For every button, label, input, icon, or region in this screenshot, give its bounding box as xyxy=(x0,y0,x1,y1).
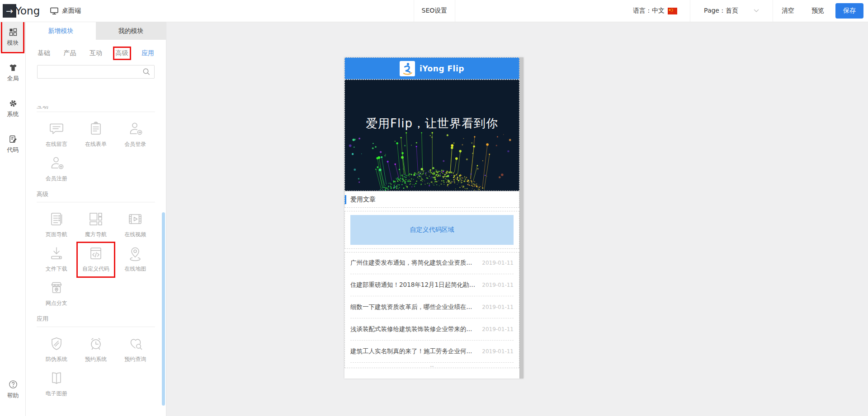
module-item-booking-system[interactable]: 预约系统 xyxy=(76,335,115,369)
article-date: 2019-01-11 xyxy=(482,326,514,332)
article-title: 广州住建委发布通知，将简化建筑企业资质... xyxy=(350,259,477,267)
module-item-label: 预约系统 xyxy=(85,355,107,363)
code-edit-icon xyxy=(9,135,18,144)
phone-preview: iYong Flip 爱用Flip，让世界看到你 爱用文章 自定义代码区域 广州… xyxy=(344,57,524,379)
article-row[interactable]: 住建部重磅通知！2018年12月1日起简化勘察... 2019-01-11 xyxy=(350,274,514,296)
module-item-page-nav[interactable]: 页面导航 xyxy=(37,210,76,245)
save-button[interactable]: 保存 xyxy=(835,3,863,19)
sidebar-item-code[interactable]: 代码 xyxy=(0,129,26,159)
module-item-branch-store[interactable]: 网点分支 xyxy=(37,279,76,313)
title-accent-bar xyxy=(344,195,346,204)
tshirt-icon xyxy=(9,63,18,72)
module-item-label: 页面导航 xyxy=(46,231,67,238)
article-row[interactable]: 广州住建委发布通知，将简化建筑企业资质... 2019-01-11 xyxy=(350,252,514,274)
china-flag-icon xyxy=(668,8,677,14)
page-selector[interactable]: Page：首页 xyxy=(690,7,773,15)
search-input[interactable] xyxy=(38,66,142,78)
module-item-label: 文件下载 xyxy=(46,265,67,273)
module-item-label: 魔方导航 xyxy=(85,231,107,238)
module-item-label: 会员登录 xyxy=(124,140,146,148)
module-item-label: 预约查询 xyxy=(124,355,146,363)
article-title: 建筑工人实名制真的来了！施工劳务企业何... xyxy=(350,347,477,355)
hero-title: 爱用Flip，让世界看到你 xyxy=(344,116,519,131)
tab-my-module[interactable]: 我的模块 xyxy=(96,22,166,40)
clock-icon xyxy=(87,335,104,352)
category-interact[interactable]: 互动 xyxy=(90,49,102,57)
category-basic[interactable]: 基础 xyxy=(38,49,50,57)
module-item-label: 自定义代码 xyxy=(82,265,109,273)
module-panel: 新增模块 我的模块 基础 产品 互动 高级 应用 xyxy=(26,22,166,416)
module-item-online-map[interactable]: 在线地图 xyxy=(116,245,155,279)
tab-label: 我的模块 xyxy=(118,27,144,35)
module-item-label: 防伪系统 xyxy=(46,355,67,363)
language-selector[interactable]: 语言：中文 xyxy=(620,7,690,15)
module-list: 互动在线留言在线表单会员登录会员注册高级页面导航魔方导航在线视频文件下载自定义代… xyxy=(26,106,166,416)
module-item-label: 在线留言 xyxy=(46,140,67,148)
sidebar-item-modules[interactable]: 模块 xyxy=(0,22,26,51)
category-product[interactable]: 产品 xyxy=(64,49,76,57)
module-item-member-login[interactable]: 会员登录 xyxy=(116,120,155,154)
question-icon xyxy=(8,379,18,389)
video-icon xyxy=(127,210,144,228)
sidebar-item-global[interactable]: 全局 xyxy=(0,58,26,87)
shield-icon xyxy=(48,335,65,352)
module-item-label: 电子图册 xyxy=(46,390,67,397)
seo-settings-button[interactable]: SEO设置 xyxy=(414,0,455,22)
sidebar-item-help[interactable]: 帮助 xyxy=(0,379,26,400)
category-label: 互动 xyxy=(90,49,102,56)
phone-page: iYong Flip 爱用Flip，让世界看到你 爱用文章 自定义代码区域 广州… xyxy=(344,57,519,379)
app-logo: → Yong xyxy=(3,4,40,18)
article-row[interactable]: 浅谈装配式装修给建筑装饰装修企业带来的... 2019-01-11 xyxy=(350,318,514,341)
module-item-label: 在线地图 xyxy=(124,265,146,273)
form-icon xyxy=(87,120,104,137)
page-label: Page：首页 xyxy=(704,7,738,15)
module-item-online-message[interactable]: 在线留言 xyxy=(37,120,76,154)
heart-search-icon xyxy=(127,335,144,352)
panel-scrollbar[interactable] xyxy=(162,212,165,406)
module-item-e-album[interactable]: 电子图册 xyxy=(37,369,76,404)
site-header-module[interactable]: iYong Flip xyxy=(344,57,519,79)
logo-arrow-icon: → xyxy=(3,4,16,18)
topbar-right: 语言：中文 Page：首页 清空 预览 保存 xyxy=(620,0,868,22)
module-item-booking-query[interactable]: 预约查询 xyxy=(116,335,155,369)
module-item-custom-code[interactable]: 自定义代码 xyxy=(76,245,115,279)
device-switch-desktop[interactable]: 桌面端 xyxy=(50,0,81,22)
gear-icon xyxy=(9,99,18,108)
language-label: 语言：中文 xyxy=(633,7,665,15)
article-title: 住建部重磅通知！2018年12月1日起简化勘察... xyxy=(350,281,477,289)
hero-banner-module[interactable]: 爱用Flip，让世界看到你 xyxy=(344,79,519,191)
article-date: 2019-01-11 xyxy=(482,348,514,355)
article-row[interactable]: 细数一下建筑资质改革后，哪些企业业绩在... 2019-01-11 xyxy=(350,296,514,318)
sidebar-help-label: 帮助 xyxy=(7,392,19,400)
module-item-online-video[interactable]: 在线视频 xyxy=(116,210,155,245)
module-item-member-register[interactable]: 会员注册 xyxy=(37,154,76,189)
article-section-title-module[interactable]: 爱用文章 xyxy=(344,191,519,208)
category-advanced[interactable]: 高级 xyxy=(116,49,128,57)
category-app[interactable]: 应用 xyxy=(142,49,154,57)
article-list-module[interactable]: 广州住建委发布通知，将简化建筑企业资质... 2019-01-11 住建部重磅通… xyxy=(344,252,519,368)
sidebar-item-system[interactable]: 系统 xyxy=(0,93,26,123)
page-nav-icon xyxy=(48,210,65,228)
custom-code-module[interactable]: 自定义代码区域 xyxy=(344,211,519,249)
logo-text: Yong xyxy=(15,5,40,17)
phone-scrollbar[interactable] xyxy=(519,57,524,379)
preview-button[interactable]: 预览 xyxy=(803,7,833,15)
category-label: 高级 xyxy=(116,49,128,56)
article-row[interactable]: 建筑工人实名制真的来了！施工劳务企业何... 2019-01-11 xyxy=(350,341,514,363)
module-item-online-form[interactable]: 在线表单 xyxy=(76,120,115,154)
article-date: 2019-01-11 xyxy=(482,304,514,310)
seo-settings-label: SEO设置 xyxy=(422,7,448,15)
tab-add-module[interactable]: 新增模块 xyxy=(26,22,96,40)
user-register-icon xyxy=(48,154,65,172)
sidebar-item-label: 模块 xyxy=(7,39,19,47)
article-more-indicator: .. xyxy=(350,363,514,368)
clear-button[interactable]: 清空 xyxy=(773,7,803,15)
panel-tabs: 新增模块 我的模块 xyxy=(26,22,166,40)
left-sidebar: 模块 全局 系统 代码 帮助 xyxy=(0,22,26,416)
module-item-label: 会员注册 xyxy=(46,175,67,182)
module-item-file-download[interactable]: 文件下载 xyxy=(37,245,76,279)
module-item-anti-fake[interactable]: 防伪系统 xyxy=(37,335,76,369)
search-icon[interactable] xyxy=(142,68,151,76)
module-item-cube-nav[interactable]: 魔方导航 xyxy=(76,210,115,245)
category-label: 基础 xyxy=(38,49,50,56)
